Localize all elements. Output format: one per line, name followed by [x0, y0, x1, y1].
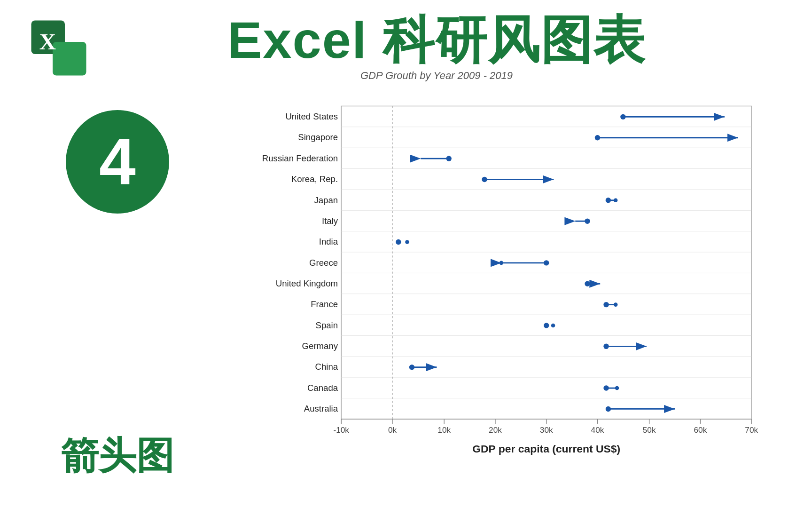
label-fr: France	[311, 299, 338, 309]
label-sg: Singapore	[298, 132, 338, 142]
xaxis-neg10k: -10k	[334, 425, 350, 435]
xaxis-50k: 50k	[643, 425, 656, 435]
dot-fr-end	[614, 302, 618, 307]
label-gr: Greece	[309, 258, 338, 268]
label-ru: Russian Federation	[262, 153, 338, 163]
dot-es-start	[544, 323, 549, 328]
xaxis-60k: 60k	[694, 425, 707, 435]
label-ca: Canada	[307, 383, 338, 393]
label-in: India	[319, 237, 338, 246]
svg-rect-1	[53, 42, 86, 76]
xaxis-0k: 0k	[388, 425, 397, 435]
label-jp: Japan	[314, 195, 338, 205]
label-uk: United Kingdom	[276, 278, 338, 288]
label-es: Spain	[316, 320, 338, 330]
dot-gr-end	[500, 261, 504, 265]
xaxis-30k: 30k	[540, 425, 553, 435]
label-au: Australia	[304, 404, 338, 413]
xaxis-70k: 70k	[745, 425, 758, 435]
svg-text:X: X	[39, 29, 56, 55]
header: X Excel 科研风图表 GDP Grouth by Year 2009 - …	[0, 0, 812, 87]
label-kr: Korea, Rep.	[291, 174, 338, 184]
excel-logo: X	[28, 17, 89, 79]
label-de: Germany	[302, 341, 338, 351]
xaxis-10k: 10k	[437, 425, 451, 435]
label-cn: China	[315, 362, 338, 372]
subtitle: GDP Grouth by Year 2009 - 2019	[360, 70, 513, 82]
chart-container: United States Singapore Russian Federati…	[235, 91, 784, 491]
number-circle: 4	[66, 110, 169, 214]
dot-jp-end	[614, 198, 618, 203]
label-us: United States	[285, 111, 338, 121]
dot-ca-end	[615, 386, 619, 390]
label-it: Italy	[322, 216, 338, 226]
dot-in-start	[396, 239, 401, 245]
dot-in-end	[405, 240, 409, 244]
xaxis-40k: 40k	[591, 425, 604, 435]
chart-type-label: 箭头图	[61, 431, 174, 482]
left-panel: 4 箭头图	[28, 91, 207, 491]
chart-number: 4	[99, 129, 136, 195]
title-block: Excel 科研风图表 GDP Grouth by Year 2009 - 20…	[89, 14, 784, 82]
xaxis-title: GDP per capita (current US$)	[472, 443, 620, 455]
content-area: 4 箭头图	[0, 87, 812, 496]
xaxis-20k: 20k	[489, 425, 502, 435]
dot-es-end	[551, 324, 555, 328]
arrow-chart: United States Singapore Russian Federati…	[235, 96, 784, 486]
main-title: Excel 科研风图表	[227, 14, 646, 66]
